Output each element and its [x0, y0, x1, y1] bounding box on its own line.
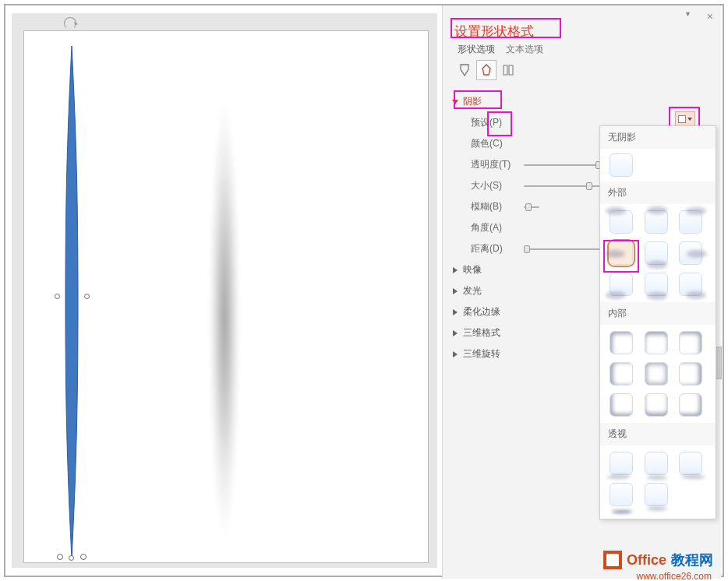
preset-inner-top[interactable] [645, 331, 668, 354]
section-label: 发光 [463, 284, 482, 298]
preset-outer-top[interactable] [645, 210, 668, 234]
gallery-heading-perspective: 透视 [600, 423, 716, 445]
preset-outer-center[interactable] [645, 241, 668, 265]
preset-perspective-1[interactable] [610, 452, 633, 475]
selection-handle[interactable] [84, 294, 90, 299]
preset-outer-top-left[interactable] [610, 210, 633, 234]
shadow-preset-gallery: 无阴影 外部 内部 [599, 125, 716, 519]
prop-label: 颜色(C) [471, 137, 518, 150]
selection-handle[interactable] [57, 554, 63, 560]
preset-inner-right[interactable] [679, 362, 702, 386]
watermark-brand-en: Office [627, 552, 666, 569]
preset-dropdown[interactable] [675, 111, 695, 127]
section-label: 映像 [463, 263, 482, 276]
logo-icon [603, 551, 622, 569]
selection-handle[interactable] [55, 294, 60, 299]
preset-outer-left[interactable] [610, 241, 633, 265]
watermark-url: www.office26.com [637, 571, 712, 581]
gallery-heading-outer: 外部 [600, 181, 716, 204]
preset-perspective-4[interactable] [610, 483, 633, 506]
preset-inner-bottom-right[interactable] [679, 393, 702, 417]
preset-outer-bottom-left[interactable] [610, 273, 633, 296]
preset-outer-top-right[interactable] [679, 210, 702, 234]
section-label: 阴影 [463, 95, 482, 108]
preset-outer-right[interactable] [679, 241, 702, 265]
selection-handle[interactable] [80, 554, 87, 560]
panel-dropdown-icon[interactable]: ▼ [684, 10, 691, 23]
slider[interactable] [524, 164, 602, 166]
prop-label: 模糊(B) [471, 200, 518, 213]
close-icon[interactable]: × [707, 10, 713, 23]
size-properties-icon[interactable] [498, 60, 518, 80]
svg-marker-0 [482, 65, 490, 75]
slider[interactable] [524, 185, 602, 187]
panel-title: 设置形状格式 [454, 23, 534, 40]
preset-inner-bottom-left[interactable] [610, 393, 633, 417]
chevron-right-icon [453, 309, 458, 315]
preset-perspective-5[interactable] [645, 483, 668, 506]
svg-rect-2 [509, 65, 513, 75]
fill-line-icon[interactable] [454, 60, 475, 80]
preset-inner-left[interactable] [610, 362, 633, 386]
effects-icon[interactable] [476, 60, 497, 80]
chevron-right-icon [453, 351, 458, 357]
prop-label: 大小(S) [471, 179, 518, 192]
preset-perspective-2[interactable] [645, 452, 668, 475]
format-shape-panel: ▼ × 设置形状格式 形状选项 文本选项 阴影 [442, 5, 721, 579]
svg-rect-1 [504, 65, 507, 75]
gallery-heading-inner: 内部 [600, 302, 716, 325]
section-shadow[interactable]: 阴影 [452, 91, 709, 112]
slider[interactable] [524, 248, 602, 250]
gallery-heading-none: 无阴影 [600, 126, 716, 149]
preset-outer-bottom[interactable] [645, 273, 668, 296]
section-label: 柔化边缘 [463, 305, 500, 319]
preset-no-shadow[interactable] [610, 153, 633, 177]
section-label: 三维格式 [463, 326, 500, 340]
chevron-right-icon [453, 267, 458, 273]
prop-label: 预设(P) [471, 116, 518, 129]
chevron-down-icon [452, 100, 458, 104]
preset-outer-bottom-right[interactable] [679, 273, 702, 296]
prop-label: 距离(D) [471, 242, 518, 255]
shape-shadow [206, 62, 243, 576]
chevron-right-icon [453, 288, 458, 294]
preset-inner-center[interactable] [645, 362, 668, 386]
section-label: 三维旋转 [463, 347, 500, 361]
app-frame: ▼ × 设置形状格式 形状选项 文本选项 阴影 [4, 4, 724, 577]
watermark-brand-cn: 教程网 [671, 551, 713, 569]
slider[interactable] [524, 206, 539, 208]
tab-text-options[interactable]: 文本选项 [506, 43, 543, 56]
preset-inner-top-right[interactable] [679, 331, 702, 354]
preset-inner-top-left[interactable] [610, 331, 633, 354]
category-icons [454, 60, 518, 80]
tab-shape-options[interactable]: 形状选项 [458, 43, 495, 56]
chevron-right-icon [453, 330, 458, 336]
rotate-handle[interactable] [64, 17, 76, 30]
selection-handle[interactable] [69, 555, 74, 561]
preset-inner-bottom[interactable] [645, 393, 668, 417]
panel-tabs: 形状选项 文本选项 [458, 43, 543, 56]
prop-label: 角度(A) [471, 221, 518, 234]
canvas-area[interactable] [12, 13, 437, 568]
prop-label: 透明度(T) [471, 158, 518, 171]
watermark: Office教程网 [603, 551, 713, 569]
preset-perspective-3[interactable] [679, 452, 702, 475]
